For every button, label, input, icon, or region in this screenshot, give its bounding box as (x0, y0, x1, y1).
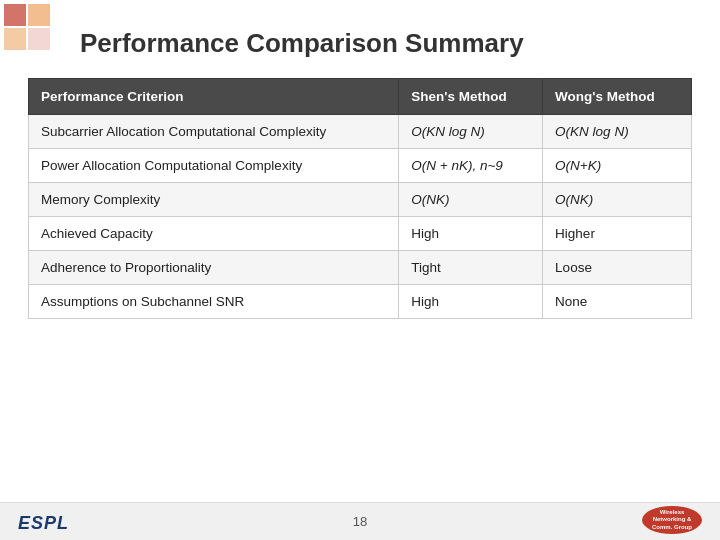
wongs-cell: Higher (543, 217, 692, 251)
espl-logo: ESPL (18, 513, 69, 534)
shens-cell: O(NK) (399, 183, 543, 217)
col-header-wongs: Wong's Method (543, 79, 692, 115)
wongs-cell: Loose (543, 251, 692, 285)
page-number: 18 (353, 514, 367, 529)
shens-cell: O(N + nK), n~9 (399, 149, 543, 183)
table-row: Power Allocation Computational Complexit… (29, 149, 692, 183)
table-row: Memory ComplexityO(NK)O(NK) (29, 183, 692, 217)
right-logo-text: WirelessNetworking &Comm. Group (652, 509, 692, 531)
shens-cell: O(KN log N) (399, 115, 543, 149)
col-header-criterion: Performance Criterion (29, 79, 399, 115)
right-logo: WirelessNetworking &Comm. Group (642, 506, 702, 534)
criterion-cell: Assumptions on Subchannel SNR (29, 285, 399, 319)
col-header-shens: Shen's Method (399, 79, 543, 115)
shens-cell: Tight (399, 251, 543, 285)
wongs-cell: O(N+K) (543, 149, 692, 183)
criterion-cell: Memory Complexity (29, 183, 399, 217)
criterion-cell: Achieved Capacity (29, 217, 399, 251)
footer-bar: 18 (0, 502, 720, 540)
table-row: Subcarrier Allocation Computational Comp… (29, 115, 692, 149)
wongs-cell: O(KN log N) (543, 115, 692, 149)
wongs-cell: O(NK) (543, 183, 692, 217)
criterion-cell: Subcarrier Allocation Computational Comp… (29, 115, 399, 149)
table-row: Assumptions on Subchannel SNRHighNone (29, 285, 692, 319)
table-row: Achieved CapacityHighHigher (29, 217, 692, 251)
shens-cell: High (399, 217, 543, 251)
table-header-row: Performance Criterion Shen's Method Wong… (29, 79, 692, 115)
table-row: Adherence to ProportionalityTightLoose (29, 251, 692, 285)
wongs-cell: None (543, 285, 692, 319)
corner-decoration (0, 0, 60, 60)
criterion-cell: Adherence to Proportionality (29, 251, 399, 285)
shens-cell: High (399, 285, 543, 319)
criterion-cell: Power Allocation Computational Complexit… (29, 149, 399, 183)
page-title: Performance Comparison Summary (80, 28, 524, 59)
comparison-table: Performance Criterion Shen's Method Wong… (28, 78, 692, 319)
